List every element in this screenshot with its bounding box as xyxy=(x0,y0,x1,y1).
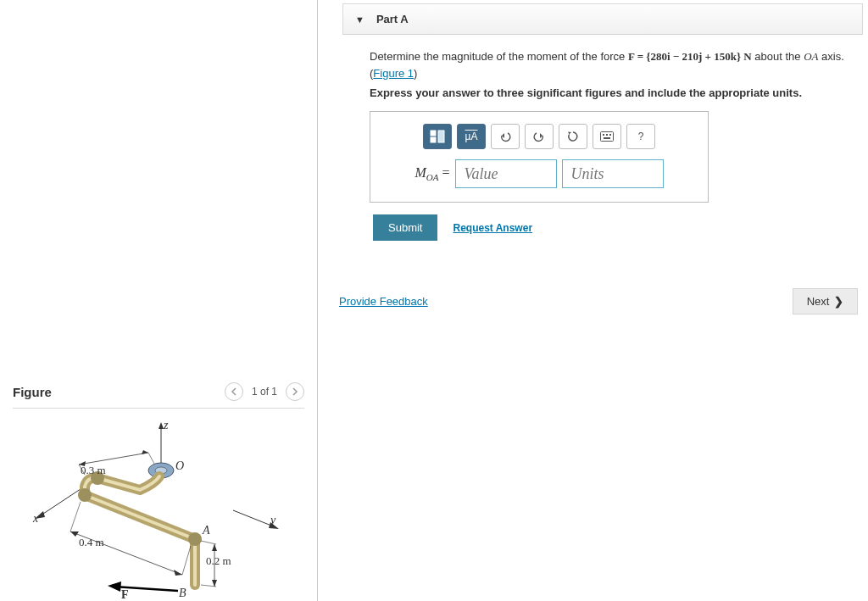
keyboard-icon xyxy=(600,131,614,142)
svg-line-23 xyxy=(201,585,216,587)
svg-rect-37 xyxy=(609,134,611,136)
figure-prev-button[interactable] xyxy=(225,382,243,401)
submit-button[interactable]: Submit xyxy=(373,214,437,241)
figure-diagram: z x y O A B F 0.3 m 0.4 m 0.2 m xyxy=(13,417,284,601)
question-prompt: Determine the magnitude of the moment of… xyxy=(370,48,844,81)
axis-z-label: z xyxy=(164,419,168,432)
caret-down-icon: ▼ xyxy=(355,14,364,25)
answer-instruction: Express your answer to three significant… xyxy=(370,86,851,99)
svg-point-10 xyxy=(188,532,202,546)
svg-rect-38 xyxy=(604,137,610,139)
figure-pager: 1 of 1 xyxy=(225,382,304,401)
axis-y-label: y xyxy=(270,514,275,527)
chevron-right-icon: ❯ xyxy=(834,295,843,308)
chevron-left-icon xyxy=(231,387,237,396)
reset-button[interactable] xyxy=(559,124,587,149)
svg-line-4 xyxy=(233,510,275,527)
svg-marker-25 xyxy=(212,580,217,587)
answer-box: µA ? xyxy=(370,111,709,203)
next-button[interactable]: Next ❯ xyxy=(793,288,858,314)
help-icon: ? xyxy=(638,131,644,142)
svg-line-22 xyxy=(201,541,216,544)
axis-name: OA xyxy=(804,50,818,63)
question-panel: ▼ Part A Determine the magnitude of the … xyxy=(318,0,868,601)
dim-0.2m: 0.2 m xyxy=(206,554,231,568)
undo-button[interactable] xyxy=(491,124,520,149)
svg-line-13 xyxy=(148,453,154,464)
svg-marker-20 xyxy=(174,570,182,576)
redo-button[interactable] xyxy=(525,124,554,149)
reset-icon xyxy=(567,131,579,142)
point-A-label: A xyxy=(203,524,210,537)
request-answer-link[interactable]: Request Answer xyxy=(453,222,532,234)
part-header[interactable]: ▼ Part A xyxy=(342,3,863,35)
provide-feedback-link[interactable]: Provide Feedback xyxy=(339,295,428,308)
part-label: Part A xyxy=(376,13,409,25)
svg-marker-31 xyxy=(502,133,504,138)
svg-marker-32 xyxy=(540,133,542,138)
figure-next-button[interactable] xyxy=(286,382,304,401)
point-O-label: O xyxy=(175,459,184,473)
help-button[interactable]: ? xyxy=(626,124,655,149)
dim-0.3m: 0.3 m xyxy=(81,464,106,477)
svg-line-18 xyxy=(182,546,191,575)
svg-rect-29 xyxy=(431,137,436,142)
answer-toolbar: µA ? xyxy=(381,124,698,149)
svg-rect-36 xyxy=(606,134,608,136)
chevron-right-icon xyxy=(292,387,298,396)
axis-x-label: x xyxy=(33,512,38,526)
svg-marker-33 xyxy=(568,132,571,135)
undo-icon xyxy=(499,131,511,142)
svg-marker-27 xyxy=(108,582,121,592)
svg-rect-30 xyxy=(438,131,444,142)
units-button[interactable]: µA xyxy=(457,124,486,149)
dim-0.4m: 0.4 m xyxy=(79,536,104,549)
redo-icon xyxy=(533,131,545,142)
svg-marker-15 xyxy=(142,450,148,454)
svg-line-11 xyxy=(79,453,148,465)
svg-rect-28 xyxy=(431,131,436,136)
svg-rect-35 xyxy=(603,134,604,136)
units-input[interactable] xyxy=(562,159,664,188)
figure-panel: Figure 1 of 1 xyxy=(0,0,318,601)
figure-title: Figure xyxy=(13,385,52,399)
figure-link[interactable]: Figure 1 xyxy=(373,67,414,80)
point-B-label: B xyxy=(179,587,186,600)
fraction-template-icon xyxy=(430,130,445,143)
value-input[interactable] xyxy=(455,159,557,188)
svg-point-9 xyxy=(78,488,92,502)
force-expression: F = {280i − 210j + 150k} N xyxy=(628,50,752,63)
figure-pager-text: 1 of 1 xyxy=(252,386,277,398)
keyboard-button[interactable] xyxy=(593,124,621,149)
svg-line-17 xyxy=(70,502,81,531)
answer-variable-label: MOA = xyxy=(415,165,449,182)
svg-marker-24 xyxy=(212,544,217,551)
template-button[interactable] xyxy=(423,124,452,149)
svg-rect-34 xyxy=(601,132,614,142)
force-F-label: F xyxy=(121,588,129,601)
